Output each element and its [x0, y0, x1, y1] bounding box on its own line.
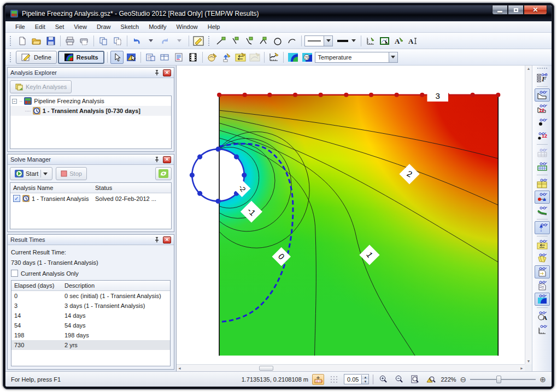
solve-row[interactable]: ✓ 1 - Transient Analysis Solved 02-Feb-2… — [10, 193, 171, 204]
results-button[interactable]: Results — [58, 51, 104, 64]
draw-graph-button[interactable] — [267, 51, 280, 64]
draw-trajectories-button[interactable] — [248, 51, 261, 64]
spin-up[interactable]: ▲ — [362, 375, 368, 379]
menu-draw[interactable]: Draw — [92, 22, 115, 31]
grid-spacing-spinner[interactable]: 0.05 ▲▼ — [344, 374, 369, 384]
title-bar[interactable]: Pipeline Freezing Analysis.gsz* - GeoStu… — [5, 5, 552, 21]
restore-button[interactable] — [508, 5, 524, 15]
view-contours-button[interactable] — [535, 293, 550, 306]
pin-icon[interactable] — [153, 156, 161, 163]
view-object-info-button[interactable] — [158, 51, 171, 64]
view-deformed-mesh-button[interactable] — [535, 252, 550, 265]
menu-window[interactable]: Window — [172, 22, 202, 31]
draw-bc-point-button[interactable] — [228, 34, 242, 47]
view-mesh-button[interactable] — [535, 146, 550, 159]
new-button[interactable] — [16, 34, 29, 47]
pointer-button[interactable] — [110, 51, 124, 64]
view-regions-button[interactable] — [535, 88, 550, 102]
view-contour-labels-button[interactable]: 70 — [301, 51, 314, 64]
view-surface-layers-button[interactable] — [535, 204, 550, 217]
spin-down[interactable]: ▼ — [362, 379, 368, 384]
toolbar-grip[interactable] — [10, 52, 13, 62]
tree-root-label[interactable]: Pipeline Freezing Analysis — [34, 98, 104, 104]
vertical-scrollbar[interactable]: ▲ ▼ — [525, 66, 532, 364]
close-panel-button[interactable]: ✕ — [163, 156, 171, 163]
scroll-down-arrow[interactable]: ▼ — [526, 358, 532, 364]
zoom-slider-plus[interactable]: ⊕ — [540, 375, 546, 384]
view-report-button[interactable] — [172, 51, 185, 64]
view-point-numbers-button[interactable]: 12 — [535, 129, 550, 142]
open-button[interactable] — [30, 34, 43, 47]
draw-bc-line-button[interactable] — [214, 34, 227, 47]
copy-special-button[interactable] — [111, 34, 124, 47]
sketch-axes-button[interactable] — [364, 34, 377, 47]
view-points-button[interactable] — [535, 116, 550, 129]
print-preview-button[interactable] — [78, 34, 91, 47]
pin-icon[interactable] — [153, 236, 161, 243]
modify-objects-button[interactable] — [378, 34, 391, 47]
result-time-row[interactable]: 1414 days — [11, 311, 170, 320]
snap-coordinates-button[interactable]: 12.0,1 — [312, 374, 324, 385]
view-function-plots-button[interactable]: F — [535, 72, 550, 85]
draw-circle-button[interactable] — [271, 34, 284, 47]
grid-spacing-value[interactable]: 0.05 — [344, 376, 361, 383]
undo-button[interactable] — [130, 34, 143, 47]
view-region-numbers-button[interactable]: 12 — [535, 102, 550, 115]
draw-vectors-button[interactable] — [234, 51, 247, 64]
toolbar-grip[interactable] — [208, 36, 211, 46]
pin-icon[interactable] — [153, 69, 161, 76]
object-highlight-button[interactable] — [192, 34, 205, 47]
menu-help[interactable]: Help — [203, 22, 225, 31]
define-button[interactable]: Define — [16, 51, 57, 64]
column-status[interactable]: Status — [92, 183, 115, 193]
scroll-up-arrow[interactable]: ▲ — [526, 66, 532, 72]
keyin-analyses-button[interactable]: KeyIn Analyses — [10, 80, 72, 93]
sketch-font-button[interactable]: A — [392, 34, 406, 47]
close-button[interactable]: ✕ — [524, 5, 547, 15]
tree-child-row[interactable]: ···· 1 - Transient Analysis [0-730 days] — [10, 106, 171, 116]
draw-contour-label-button[interactable] — [220, 51, 233, 64]
copy-button[interactable] — [97, 34, 110, 47]
tree-root-row[interactable]: −·· Pipeline Freezing Analysis — [10, 96, 171, 106]
line-style-select[interactable] — [304, 35, 333, 46]
start-button[interactable]: Start — [10, 167, 52, 180]
sketch-text-button[interactable]: A — [407, 34, 420, 47]
refresh-button[interactable] — [155, 167, 172, 180]
result-time-row[interactable]: 00 sec (initial) (1 - Transient Analysis… — [11, 291, 170, 301]
animation-button[interactable] — [186, 51, 200, 64]
stop-button[interactable]: Stop — [56, 167, 87, 180]
grid-toggle-button[interactable] — [328, 374, 340, 385]
view-materials-button[interactable] — [535, 177, 550, 190]
column-analysis-name[interactable]: Analysis Name — [10, 183, 92, 193]
column-description[interactable]: Description — [62, 281, 97, 290]
view-flux-sections-button[interactable] — [535, 265, 550, 278]
result-time-row-selected[interactable]: 7302 yrs — [11, 340, 170, 350]
toolbar-grip[interactable] — [10, 36, 13, 46]
draw-flow-paths-button[interactable] — [206, 51, 219, 64]
close-panel-button[interactable]: ✕ — [163, 69, 171, 76]
column-elapsed[interactable]: Elapsed (days) — [11, 281, 62, 290]
menu-edit[interactable]: Edit — [31, 22, 50, 31]
copy-picture-button[interactable] — [144, 51, 157, 64]
draw-bc-node-button[interactable] — [257, 34, 270, 47]
scroll-right-arrow[interactable]: ► — [519, 365, 525, 371]
parameter-select[interactable]: Temperature — [315, 52, 398, 63]
line-weight-select[interactable] — [334, 35, 358, 46]
current-analysis-only-checkbox[interactable] — [11, 270, 18, 277]
horizontal-scrollbar[interactable]: ◄ ► — [177, 364, 525, 371]
zoom-page-button[interactable] — [409, 374, 421, 385]
result-times-table[interactable]: Elapsed (days) Description 00 sec (initi… — [11, 280, 171, 366]
view-axes-button[interactable] — [535, 323, 550, 336]
redo-button[interactable] — [159, 34, 172, 47]
contour-plot[interactable]: 3 2 1 0 -1 — [177, 66, 525, 356]
zoom-objects-button[interactable] — [425, 374, 437, 385]
menu-view[interactable]: View — [69, 22, 91, 31]
solve-manager-table[interactable]: Analysis Name Status ✓ 1 - Transient Ana… — [10, 182, 172, 229]
result-time-row[interactable]: 198198 days — [11, 330, 170, 340]
undo-dropdown[interactable] — [144, 34, 157, 47]
view-contours-button[interactable] — [286, 51, 300, 64]
scroll-left-arrow[interactable]: ◄ — [177, 365, 183, 371]
view-vectors-button[interactable] — [535, 221, 550, 234]
analysis-explorer-header[interactable]: Analysis Explorer ✕ — [8, 68, 174, 78]
zoom-out-button[interactable] — [393, 374, 405, 385]
